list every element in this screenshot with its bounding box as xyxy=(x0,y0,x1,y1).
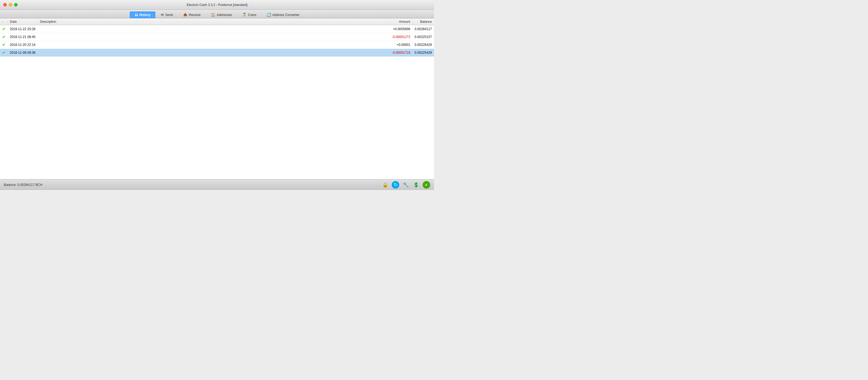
row-date: 2018-11-20 22:14 xyxy=(8,41,38,49)
checkmark-icon: ✔ xyxy=(2,35,5,39)
header-description: Description xyxy=(38,19,390,25)
title-bar: Electron Cash 3.3.2 - Posternut [standar… xyxy=(0,0,434,10)
window-controls xyxy=(3,3,18,6)
send-tab-label: Send xyxy=(165,13,173,17)
sync-icon[interactable]: ↻ xyxy=(392,181,399,188)
addresses-tab-icon: 🏠 xyxy=(211,13,215,17)
address-converter-tab-label: Address Converter xyxy=(272,13,300,17)
history-tab-label: History xyxy=(140,13,151,17)
addresses-tab-label: Addresses xyxy=(217,13,232,17)
row-description xyxy=(38,25,390,33)
checkmark-icon: ✔ xyxy=(2,27,5,31)
checkmark-icon: ✔ xyxy=(2,42,5,47)
row-balance: 0.00225157 xyxy=(412,33,434,41)
tab-receive[interactable]: 📥Receive xyxy=(178,11,205,18)
header-status[interactable] xyxy=(0,19,8,25)
transaction-table-container: Date Description Amount Balance ✔ 2018-1… xyxy=(0,19,434,179)
tab-history[interactable]: 🗂History xyxy=(130,11,155,18)
tab-send[interactable]: ✉Send xyxy=(156,11,178,18)
row-amount: -0.00001272 xyxy=(390,33,412,41)
table-row[interactable]: ✔ 2018-11-22 20:26 +0.0005896 0.00284117 xyxy=(0,25,434,33)
status-bar: Balance: 0.00284117 BCH 🔒 ↻ 🔧 💲 ✔ xyxy=(0,179,434,190)
row-description xyxy=(38,41,390,49)
row-balance: 0.00284117 xyxy=(412,25,434,33)
row-balance: 0.00225429 xyxy=(412,49,434,57)
row-date: 2018-11-21 08:45 xyxy=(8,33,38,41)
row-status: ✔ xyxy=(0,41,8,49)
minimize-button[interactable] xyxy=(9,3,12,6)
network-icon[interactable]: ✔ xyxy=(423,181,430,188)
row-balance: 0.00226429 xyxy=(412,41,434,49)
table-row[interactable]: ✔ 2018-11-21 08:45 -0.00001272 0.0022515… xyxy=(0,33,434,41)
tab-addresses[interactable]: 🏠Addresses xyxy=(206,11,237,18)
status-icons: 🔒 ↻ 🔧 💲 ✔ xyxy=(381,181,430,188)
tab-address-converter[interactable]: 🔄Address Converter xyxy=(262,11,304,18)
tools-icon[interactable]: 🔧 xyxy=(402,181,410,188)
app-title: Electron Cash 3.3.2 - Posternut [standar… xyxy=(187,3,247,7)
tab-bar: 🗂History✉Send📥Receive🏠Addresses🏅Coins🔄Ad… xyxy=(0,10,434,19)
header-date[interactable]: Date xyxy=(8,19,38,25)
address-converter-tab-icon: 🔄 xyxy=(267,13,271,17)
table-row[interactable]: ✔ 2018-11-20 22:14 +0.00001 0.00226429 xyxy=(0,41,434,49)
row-status: ✔ xyxy=(0,25,8,33)
row-amount: -0.00001718 xyxy=(390,49,412,57)
row-amount: +0.00001 xyxy=(390,41,412,49)
checkmark-icon: ✔ xyxy=(2,51,5,55)
table-row[interactable]: ✔ 2018-11-08 09:36 -0.00001718 0.0022542… xyxy=(0,49,434,57)
row-amount: +0.0005896 xyxy=(390,25,412,33)
row-description xyxy=(38,33,390,41)
balance-text: Balance: 0.00284117 BCH xyxy=(4,183,42,187)
row-status: ✔ xyxy=(0,49,8,57)
maximize-button[interactable] xyxy=(14,3,18,6)
row-date: 2018-11-22 20:26 xyxy=(8,25,38,33)
row-description xyxy=(38,49,390,57)
header-balance[interactable]: Balance xyxy=(412,19,434,25)
coins-tab-label: Coins xyxy=(248,13,256,17)
send-tab-icon: ✉ xyxy=(161,13,164,17)
tab-coins[interactable]: 🏅Coins xyxy=(237,11,261,18)
close-button[interactable] xyxy=(3,3,7,6)
table-header-row: Date Description Amount Balance xyxy=(0,19,434,25)
receive-tab-icon: 📥 xyxy=(183,13,187,17)
lock-icon[interactable]: 🔒 xyxy=(381,181,389,188)
row-status: ✔ xyxy=(0,33,8,41)
header-amount[interactable]: Amount xyxy=(390,19,412,25)
row-date: 2018-11-08 09:36 xyxy=(8,49,38,57)
wallet-icon[interactable]: 💲 xyxy=(412,181,420,188)
transaction-table: Date Description Amount Balance ✔ 2018-1… xyxy=(0,19,434,57)
coins-tab-icon: 🏅 xyxy=(242,13,247,17)
receive-tab-label: Receive xyxy=(189,13,200,17)
history-tab-icon: 🗂 xyxy=(134,13,138,17)
